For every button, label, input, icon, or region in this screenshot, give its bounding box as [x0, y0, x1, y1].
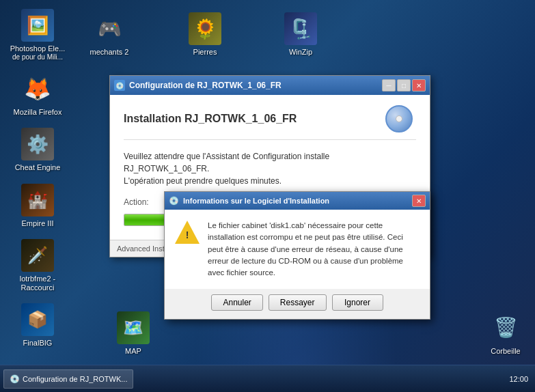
icon-cheatengine[interactable]: ⚙️ Cheat Engine [0, 122, 75, 178]
icon-mechants2-label: mechants 2 [90, 48, 129, 57]
desktop-icons-recycle: 🗑️ Corbeille [482, 306, 530, 361]
window-controls: ─ □ ✕ [382, 79, 426, 92]
taskbar-clock: 12:00 [502, 375, 535, 383]
icon-lotrbfme2[interactable]: 🗡️ lotrbfme2 -Raccourci [0, 234, 75, 298]
icon-mechants2[interactable]: 🎮 mechants 2 [82, 7, 137, 62]
install-message: Veuillez attendre que l'Assistant de Con… [124, 150, 416, 187]
icon-finalbig[interactable]: 📦 FinalBIG [0, 298, 75, 353]
desktop-icons-top: 🎮 mechants 2 🌻 Pierres 🗜️ WinZip [75, 0, 535, 61]
error-body: ! Le fichier cabinet 'disk1.cab' nécessa… [165, 210, 430, 289]
install-window-title: Configuration de RJ_ROTWK_1_06_FR [129, 81, 282, 90]
warning-icon: ! [175, 220, 200, 244]
icon-empire3-label: Empire III [21, 219, 53, 228]
error-message-text: Le fichier cabinet 'disk1.cab' nécessair… [208, 220, 420, 279]
icon-pierres-label: Pierres [193, 48, 217, 57]
icon-lotrbfme2-label: lotrbfme2 -Raccourci [20, 275, 56, 292]
action-label: Action: [124, 197, 158, 207]
install-main-title: Installation RJ_ROTWK_1_06_FR [124, 113, 297, 125]
icon-map[interactable]: 🗺️ MAP [113, 306, 154, 361]
error-buttons: Annuler Ressayer Ignorer [165, 289, 430, 319]
icon-firefox[interactable]: 🦊 Mozilla Firefox [0, 67, 75, 122]
icon-recycle[interactable]: 🗑️ Corbeille [482, 306, 530, 361]
icon-photoshop-label: Photoshop Ele... [10, 44, 66, 53]
minimize-button[interactable]: ─ [382, 79, 396, 92]
install-header: Installation RJ_ROTWK_1_06_FR [124, 105, 416, 140]
icon-empire3[interactable]: 🏰 Empire III [0, 178, 75, 234]
error-dialog-title: Informations sur le Logiciel d'Installat… [183, 197, 329, 205]
taskbar-items: 💿 Configuration de RJ_ROTWK... [0, 365, 502, 392]
icon-recycle-label: Corbeille [491, 347, 520, 356]
icon-finalbig-label: FinalBIG [23, 339, 53, 348]
error-close-button[interactable]: ✕ [412, 195, 426, 207]
icon-photoshop-sublabel: de pour du Mili... [12, 53, 63, 61]
icon-winzip-label: WinZip [289, 48, 312, 57]
desktop-icons-left: 🖼️ Photoshop Ele... de pour du Mili... 🦊… [0, 0, 75, 365]
install-title-icon: 💿 [114, 80, 125, 91]
close-button[interactable]: ✕ [412, 79, 426, 92]
desktop-icons-bottom: 🗺️ MAP [113, 306, 154, 361]
error-title-left: 💿 Informations sur le Logiciel d'Install… [169, 196, 329, 206]
taskbar-install-item[interactable]: 💿 Configuration de RJ_ROTWK... [3, 369, 133, 389]
icon-firefox-label: Mozilla Firefox [14, 108, 62, 117]
error-window-controls: ✕ [412, 195, 426, 207]
error-dialog: 💿 Informations sur le Logiciel d'Install… [164, 191, 430, 320]
install-cd-icon [382, 105, 416, 132]
install-titlebar: 💿 Configuration de RJ_ROTWK_1_06_FR ─ □ … [110, 76, 430, 95]
cd-hole [396, 115, 402, 122]
maximize-button[interactable]: □ [397, 79, 411, 92]
icon-pierres[interactable]: 🌻 Pierres [178, 7, 232, 62]
install-title-left: 💿 Configuration de RJ_ROTWK_1_06_FR [114, 80, 282, 91]
icon-photoshop[interactable]: 🖼️ Photoshop Ele... de pour du Mili... [0, 3, 75, 67]
cd-disc [385, 105, 413, 132]
taskbar: 💿 Configuration de RJ_ROTWK... 12:00 [0, 365, 535, 392]
desktop: 🖼️ Photoshop Ele... de pour du Mili... 🦊… [0, 0, 535, 392]
ignore-button[interactable]: Ignorer [332, 294, 383, 311]
cancel-button[interactable]: Annuler [211, 294, 262, 311]
icon-winzip[interactable]: 🗜️ WinZip [273, 7, 328, 62]
icon-map-label: MAP [125, 347, 141, 356]
retry-button[interactable]: Ressayer [269, 294, 327, 311]
icon-cheatengine-label: Cheat Engine [15, 163, 61, 172]
error-titlebar: 💿 Informations sur le Logiciel d'Install… [165, 192, 430, 210]
